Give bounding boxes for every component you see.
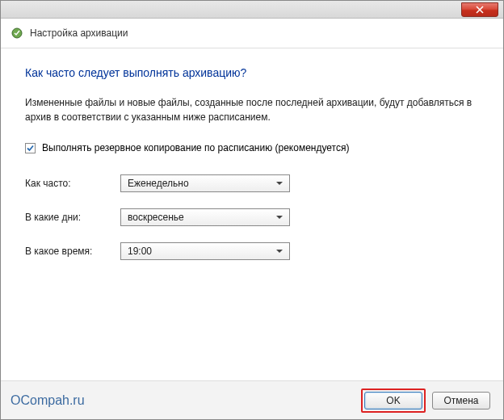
schedule-checkbox-row: Выполнять резервное копирование по распи… <box>25 142 479 153</box>
time-value: 19:00 <box>128 246 152 257</box>
footer: OCompah.ru OK Отмена <box>1 380 503 419</box>
watermark-text: OCompah.ru <box>10 393 85 408</box>
chevron-down-icon <box>273 216 286 220</box>
page-heading: Как часто следует выполнять архивацию? <box>25 66 479 79</box>
header: Настройка архивации <box>1 19 503 48</box>
time-select[interactable]: 19:00 <box>120 242 290 260</box>
time-row: В какое время: 19:00 <box>25 242 479 260</box>
check-icon <box>26 144 35 153</box>
backup-icon <box>10 27 23 40</box>
close-icon <box>476 6 484 14</box>
ok-button-highlight: OK <box>361 388 426 413</box>
frequency-label: Как часто: <box>25 178 120 189</box>
content-area: Как часто следует выполнять архивацию? И… <box>1 48 503 284</box>
day-value: воскресенье <box>128 212 184 223</box>
chevron-down-icon <box>273 250 286 254</box>
dialog-window: Настройка архивации Как часто следует вы… <box>0 0 504 420</box>
footer-buttons: OK Отмена <box>361 388 490 413</box>
ok-button[interactable]: OK <box>364 392 422 410</box>
chevron-down-icon <box>273 182 286 186</box>
schedule-checkbox-label: Выполнять резервное копирование по распи… <box>42 142 349 153</box>
day-select[interactable]: воскресенье <box>120 208 290 226</box>
window-title: Настройка архивации <box>30 27 128 39</box>
titlebar <box>1 1 503 19</box>
close-button[interactable] <box>461 2 498 17</box>
schedule-checkbox[interactable] <box>25 143 36 153</box>
cancel-button[interactable]: Отмена <box>432 392 490 410</box>
frequency-select[interactable]: Еженедельно <box>120 174 290 192</box>
time-label: В какое время: <box>25 246 120 257</box>
description-text: Измененные файлы и новые файлы, созданны… <box>25 95 479 124</box>
frequency-row: Как часто: Еженедельно <box>25 174 479 192</box>
day-row: В какие дни: воскресенье <box>25 208 479 226</box>
frequency-value: Еженедельно <box>128 178 189 189</box>
day-label: В какие дни: <box>25 212 120 223</box>
